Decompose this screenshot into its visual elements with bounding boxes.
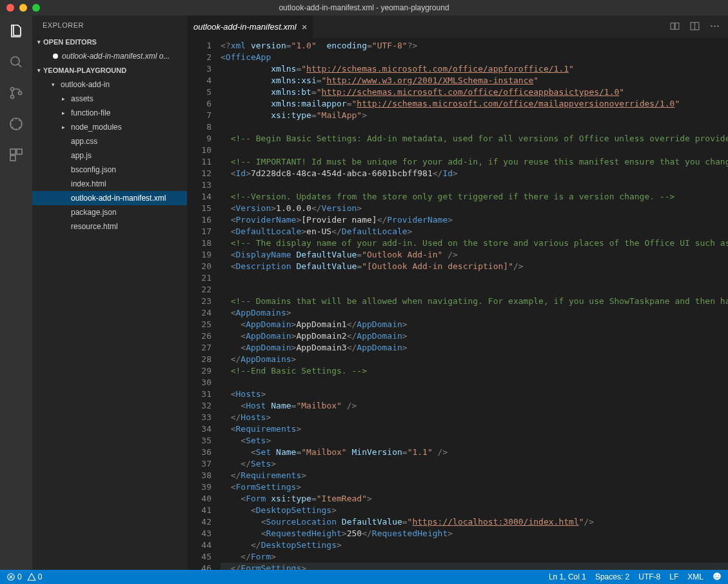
indent-status[interactable]: Spaces: 2 <box>595 572 629 581</box>
close-tab-icon[interactable]: × <box>302 21 308 32</box>
activity-bar <box>0 15 32 570</box>
file-item[interactable]: index.html <box>32 177 187 191</box>
debug-icon[interactable] <box>8 116 24 132</box>
svg-rect-7 <box>10 156 15 161</box>
cursor-position[interactable]: Ln 1, Col 1 <box>549 572 586 581</box>
search-icon[interactable] <box>8 54 24 70</box>
editor-actions <box>669 21 728 34</box>
extensions-icon[interactable] <box>8 147 24 163</box>
close-icon[interactable] <box>6 4 14 12</box>
folder-root[interactable]: outlook-add-in <box>32 77 187 92</box>
file-item[interactable]: package.json <box>32 205 187 219</box>
file-item[interactable]: bsconfig.json <box>32 163 187 177</box>
source-control-icon[interactable] <box>8 85 24 101</box>
dirty-indicator-icon <box>53 54 58 59</box>
folder-item[interactable]: node_modules <box>32 120 187 134</box>
code-content[interactable]: <?xml version="1.0" encoding="UTF-8"?><O… <box>221 38 728 570</box>
open-editor-item[interactable]: outlook-add-in-manifest.xml o... <box>32 49 187 63</box>
code-editor[interactable]: 1234567891011121314151617181920212223242… <box>187 38 728 570</box>
window-title: outlook-add-in-manifest.xml - yeoman-pla… <box>279 3 449 12</box>
window-controls <box>6 4 40 12</box>
tab-bar: outlook-add-in-manifest.xml × <box>187 15 728 38</box>
svg-point-4 <box>10 118 22 130</box>
svg-rect-9 <box>675 23 679 29</box>
maximize-icon[interactable] <box>32 4 40 12</box>
file-item[interactable]: app.js <box>32 148 187 163</box>
svg-point-1 <box>11 88 14 91</box>
explorer-title: EXPLORER <box>32 15 187 35</box>
svg-point-13 <box>717 25 718 26</box>
language-status[interactable]: XML <box>687 572 703 581</box>
svg-rect-8 <box>671 23 674 29</box>
open-editors-section[interactable]: OPEN EDITORS <box>32 35 187 49</box>
svg-rect-6 <box>17 149 22 154</box>
file-item[interactable]: resource.html <box>32 219 187 234</box>
svg-point-17 <box>718 575 719 576</box>
warnings-indicator[interactable]: 0 <box>27 572 43 581</box>
more-icon[interactable] <box>709 21 720 34</box>
tab-label: outlook-add-in-manifest.xml <box>193 22 297 32</box>
line-numbers: 1234567891011121314151617181920212223242… <box>187 38 221 570</box>
compare-icon[interactable] <box>669 21 680 34</box>
svg-point-2 <box>11 96 14 99</box>
eol-status[interactable]: LF <box>669 572 678 581</box>
explorer-sidebar: EXPLORER OPEN EDITORS outlook-add-in-man… <box>32 15 187 570</box>
errors-indicator[interactable]: 0 <box>6 572 22 581</box>
file-item-active[interactable]: outlook-add-in-manifest.xml <box>32 191 187 205</box>
folder-item[interactable]: function-file <box>32 106 187 120</box>
split-editor-icon[interactable] <box>689 21 700 34</box>
svg-point-15 <box>713 572 721 580</box>
feedback-icon[interactable] <box>713 572 722 583</box>
files-icon[interactable] <box>8 23 24 39</box>
title-bar: outlook-add-in-manifest.xml - yeoman-pla… <box>0 0 728 15</box>
svg-point-11 <box>711 25 712 26</box>
file-item[interactable]: app.css <box>32 134 187 148</box>
workspace-section[interactable]: YEOMAN-PLAYGROUND <box>32 63 187 77</box>
svg-point-3 <box>19 92 22 95</box>
svg-point-16 <box>715 575 716 576</box>
folder-item[interactable]: assets <box>32 92 187 106</box>
minimize-icon[interactable] <box>19 4 27 12</box>
svg-rect-5 <box>10 149 15 154</box>
encoding-status[interactable]: UTF-8 <box>638 572 660 581</box>
tab-active[interactable]: outlook-add-in-manifest.xml × <box>187 15 313 38</box>
svg-point-12 <box>714 25 715 26</box>
status-bar: 0 0 Ln 1, Col 1 Spaces: 2 UTF-8 LF XML <box>0 570 728 584</box>
editor-group: outlook-add-in-manifest.xml × 1234567891… <box>187 15 728 570</box>
